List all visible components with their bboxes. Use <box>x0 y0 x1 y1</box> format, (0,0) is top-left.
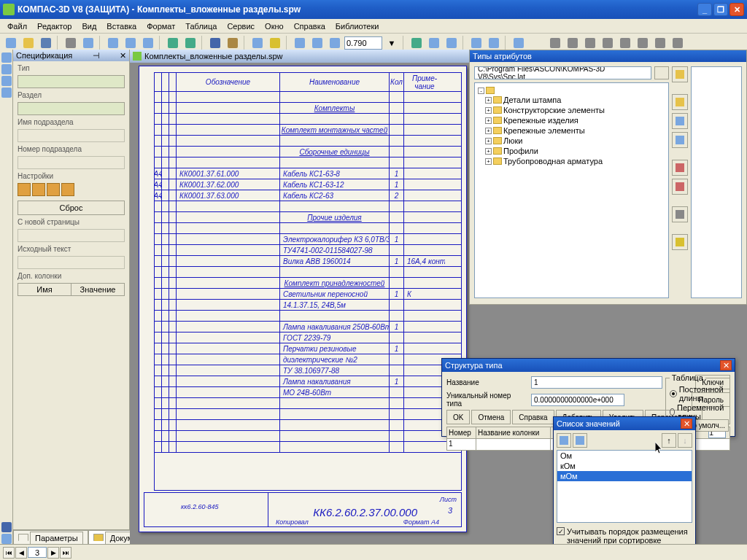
attr-btn-help[interactable] <box>672 234 688 250</box>
table-row[interactable]: МО 24В-60Вт <box>155 387 461 398</box>
table-row[interactable]: А4КК0001.37.63.000Кабель КС2-632 <box>155 190 461 201</box>
attr-btn-del[interactable] <box>672 160 688 176</box>
menu-help[interactable]: Справка <box>290 20 330 32</box>
minimize-button[interactable]: _ <box>697 3 712 16</box>
menu-view[interactable]: Вид <box>77 20 101 32</box>
tb-open[interactable] <box>20 35 36 51</box>
attr-path-field[interactable]: C:\Program Files\ASCON\KOMPAS-3D V8\Sys\… <box>474 66 651 79</box>
struct-ok-button[interactable]: OK <box>446 410 470 424</box>
values-listbox[interactable]: Ом кОм мОм <box>557 450 692 523</box>
vbtn-4[interactable] <box>1 88 12 98</box>
table-row[interactable]: А4КК0001.37.61.000Кабель КС1-63-81 <box>155 168 461 179</box>
vlist-add-button[interactable] <box>557 433 571 448</box>
tree-node[interactable]: +Крепежные элементы <box>476 125 667 136</box>
page-input[interactable] <box>28 547 47 558</box>
struct-cell-num[interactable]: 1 <box>447 439 476 450</box>
tb-grid2[interactable] <box>486 35 502 51</box>
table-row[interactable]: ГОСТ 2239-79 <box>155 332 461 343</box>
type-field[interactable] <box>18 75 125 88</box>
tree-root[interactable]: - <box>476 86 667 95</box>
attr-btn-edit[interactable] <box>672 113 688 129</box>
structure-dialog-header[interactable]: Структура типа ✕ <box>442 359 735 372</box>
swatch-4[interactable] <box>61 183 74 196</box>
tb-zoom-dropdown[interactable]: ▼ <box>384 35 400 51</box>
attr-path-browse[interactable] <box>654 66 669 79</box>
vbtn-2[interactable] <box>1 64 12 74</box>
tb-nav[interactable] <box>426 35 442 51</box>
page-prev-button[interactable]: ◀ <box>15 547 27 559</box>
tb-zoom-in[interactable] <box>309 35 325 51</box>
menu-file[interactable]: Файл <box>3 20 31 32</box>
table-row[interactable]: Вилка АВВ 1960014116А,4 конт <box>155 256 461 267</box>
tb-redo[interactable] <box>182 35 198 51</box>
struct-help-button[interactable]: Справка <box>512 410 554 424</box>
menu-service[interactable]: Сервис <box>222 20 259 32</box>
tb-print[interactable] <box>63 35 79 51</box>
tree-node[interactable]: +Детали штампа <box>476 95 667 105</box>
tb-refresh[interactable] <box>409 35 425 51</box>
tree-node[interactable]: +Конструкторские элементы <box>476 105 667 115</box>
tb-g1[interactable] <box>547 35 563 51</box>
vbtn-1[interactable] <box>1 52 12 63</box>
menu-table[interactable]: Таблица <box>181 20 221 32</box>
tb-grid[interactable] <box>468 35 484 51</box>
table-row[interactable]: ТУ 38.106977-88 <box>155 365 461 376</box>
page-next-button[interactable]: ▶ <box>47 547 59 559</box>
page-first-button[interactable]: ⏮ <box>3 547 15 559</box>
tree-node[interactable]: +Люки <box>476 136 667 146</box>
vlist-sort-check[interactable]: Учитывать порядок размещения значений пр… <box>557 527 692 545</box>
attr-btn-open[interactable] <box>672 66 688 82</box>
tb-g5[interactable] <box>617 35 633 51</box>
tb-libs[interactable] <box>225 35 241 51</box>
tab-params[interactable]: Параметры <box>13 530 88 544</box>
tb-undo[interactable] <box>165 35 181 51</box>
tb-copy[interactable] <box>123 35 139 51</box>
menu-insert[interactable]: Вставка <box>102 20 141 32</box>
tree-node[interactable]: +Крепежные изделия <box>476 115 667 125</box>
tb-g7[interactable] <box>652 35 668 51</box>
maximize-button[interactable]: ❐ <box>713 3 728 16</box>
values-list-close-icon[interactable]: ✕ <box>681 419 692 429</box>
vbtn-sigma[interactable] <box>1 522 12 532</box>
tb-settings[interactable] <box>511 35 527 51</box>
tb-fx[interactable] <box>207 35 223 51</box>
structure-close-icon[interactable]: ✕ <box>720 360 732 370</box>
table-row[interactable]: Светильник переносной1К <box>155 289 461 300</box>
zoom-field[interactable]: 0.790 <box>344 36 382 50</box>
swatch-3[interactable] <box>47 183 60 196</box>
struct-cell-name[interactable] <box>476 439 551 450</box>
values-list-header[interactable]: Список значений ✕ <box>554 417 695 430</box>
tb-g2[interactable] <box>565 35 581 51</box>
tb-g3[interactable] <box>582 35 598 51</box>
section-field[interactable] <box>18 102 125 115</box>
list-item[interactable]: Ом <box>557 451 692 461</box>
table-row[interactable]: ТУ4741-002-011584027-98 <box>155 245 461 256</box>
menu-edit[interactable]: Редактор <box>33 20 76 32</box>
attr-btn-exit[interactable] <box>672 206 688 222</box>
attr-tree[interactable]: - +Детали штампа +Конструкторские элемен… <box>474 82 669 298</box>
list-item[interactable]: кОм <box>557 461 692 471</box>
table-row[interactable]: Лампа накаливания1 <box>155 376 461 387</box>
tb-new[interactable] <box>3 35 19 51</box>
tb-zoom-out[interactable] <box>327 35 343 51</box>
swatch-2[interactable] <box>32 183 45 196</box>
tb-paste[interactable] <box>140 35 156 51</box>
menu-libraries[interactable]: Библиотеки <box>331 20 384 32</box>
tree-node[interactable]: +Профили <box>476 146 667 156</box>
close-button[interactable]: ✕ <box>729 3 744 16</box>
tb-g8[interactable] <box>670 35 686 51</box>
table-row[interactable]: А4КК0001.37.62.000Кабель КС1-63-121 <box>155 179 461 190</box>
spec-panel-pin-icon[interactable]: ⊣ <box>93 51 100 61</box>
vlist-down-button[interactable]: ↓ <box>678 433 692 448</box>
vlist-up-button[interactable]: ↑ <box>662 433 676 448</box>
table-row[interactable]: Перчатки резиновые1 <box>155 343 461 354</box>
tb-zoom-fit[interactable] <box>292 35 308 51</box>
tb-preview[interactable] <box>80 35 96 51</box>
swatch-1[interactable] <box>18 183 31 196</box>
struct-name-input[interactable] <box>531 376 662 389</box>
struct-cancel-button[interactable]: Отмена <box>471 410 511 424</box>
attr-btn-new[interactable] <box>672 94 688 110</box>
tb-cut[interactable] <box>105 35 121 51</box>
tb-g6[interactable] <box>635 35 651 51</box>
tb-vars[interactable] <box>249 35 266 51</box>
